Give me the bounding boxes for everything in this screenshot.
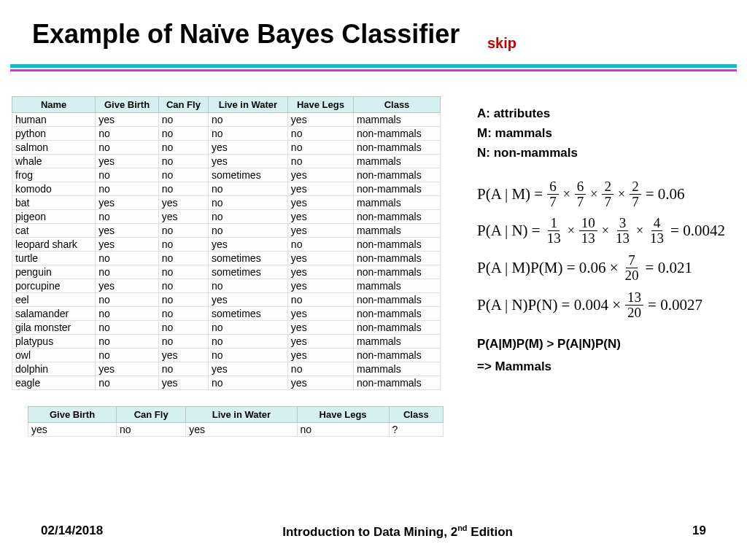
table-cell: no [158, 141, 208, 155]
table-cell: yes [158, 376, 208, 390]
query-cell: yes [186, 423, 297, 437]
table-cell: no [287, 127, 353, 141]
conclusion: P(A|M)P(M) > P(A|N)P(N) => Mammals [477, 333, 740, 378]
table-row: catyesnonoyesmammals [12, 224, 441, 238]
footer-page: 19 [692, 524, 706, 540]
table-cell: no [208, 127, 287, 141]
table-cell: sometimes [208, 307, 287, 321]
table-cell: no [96, 168, 159, 182]
table-cell: human [12, 113, 96, 127]
table-cell: eel [12, 293, 96, 307]
table-cell: yes [96, 196, 159, 210]
table-cell: yes [287, 376, 353, 390]
table-cell: yes [158, 349, 208, 362]
table-cell: no [208, 376, 287, 390]
table-cell: yes [287, 279, 353, 293]
table-cell: no [158, 335, 208, 349]
table-cell: yes [208, 293, 287, 307]
eq-rhs: = 0.0042 [670, 222, 725, 240]
table-cell: penguin [12, 265, 96, 279]
table-cell: gila monster [12, 321, 96, 335]
table-cell: platypus [12, 335, 96, 349]
table-cell: no [208, 196, 287, 210]
table-cell: no [287, 293, 353, 307]
query-header: Give Birth [28, 407, 117, 423]
table-cell: no [158, 321, 208, 335]
table-cell: non-mammals [354, 293, 441, 307]
table-cell: no [96, 293, 159, 307]
legend-m: M: mammals [477, 123, 740, 143]
table-cell: no [208, 113, 287, 127]
table-cell: yes [287, 224, 353, 238]
table-cell: non-mammals [354, 265, 441, 279]
table-cell: mammals [354, 155, 441, 168]
table-row: eelnonoyesnonon-mammals [12, 293, 441, 307]
table-cell: no [158, 252, 208, 265]
footer-book: Introduction to Data Mining, 2nd Edition [282, 524, 513, 540]
table-cell: yes [287, 252, 353, 265]
query-header: Can Fly [117, 407, 186, 423]
legend-a: A: attributes [477, 104, 740, 123]
table-row: dolphinyesnoyesnomammals [12, 362, 441, 376]
table-row: salmonnonoyesnonon-mammals [12, 141, 441, 155]
table-cell: python [12, 127, 96, 141]
table-cell: yes [96, 238, 159, 252]
table-cell: non-mammals [354, 307, 441, 321]
table-header: Have Legs [287, 97, 353, 113]
table-row: komodonononoyesnon-mammals [12, 182, 441, 196]
table-cell: no [287, 238, 353, 252]
table-cell: non-mammals [354, 321, 441, 335]
table-cell: no [287, 141, 353, 155]
table-cell: no [96, 335, 159, 349]
eq-rhs: = 0.06 [646, 185, 685, 203]
table-cell: eagle [12, 376, 96, 390]
table-row: porcupineyesnonoyesmammals [12, 279, 441, 293]
table-cell: no [208, 279, 287, 293]
table-cell: yes [208, 238, 287, 252]
table-cell: no [158, 279, 208, 293]
eq-lhs: P(A | M)P(M) = 0.06 × [477, 259, 619, 277]
table-cell: mammals [354, 113, 441, 127]
table-cell: no [96, 252, 159, 265]
table-row: pigeonnoyesnoyesnon-mammals [12, 210, 441, 224]
training-table: NameGive BirthCan FlyLive in WaterHave L… [12, 96, 441, 390]
table-header: Live in Water [208, 97, 287, 113]
table-cell: yes [208, 155, 287, 168]
table-cell: non-mammals [354, 168, 441, 182]
table-cell: no [96, 141, 159, 155]
table-cell: yes [287, 196, 353, 210]
table-cell: yes [96, 113, 159, 127]
query-header: Have Legs [297, 407, 389, 423]
table-cell: non-mammals [354, 127, 441, 141]
table-cell: mammals [354, 279, 441, 293]
eq-pam: P(A | M) = 67 × 67 × 27 × 27 = 0.06 [477, 179, 740, 209]
table-cell: no [158, 155, 208, 168]
table-header: Can Fly [158, 97, 208, 113]
query-cell: yes [28, 423, 117, 437]
table-cell: yes [287, 335, 353, 349]
table-cell: yes [96, 362, 159, 376]
table-row: humanyesnonoyesmammals [12, 113, 441, 127]
table-cell: yes [287, 182, 353, 196]
table-row: frognonosometimesyesnon-mammals [12, 168, 441, 182]
table-cell: no [96, 265, 159, 279]
eq-pampm: P(A | M)P(M) = 0.06 × 720 = 0.021 [477, 253, 740, 283]
eq-rhs: = 0.0027 [648, 296, 703, 314]
table-cell: no [208, 321, 287, 335]
footer-date: 02/14/2018 [41, 524, 103, 540]
table-cell: no [158, 182, 208, 196]
table-row: leopard sharkyesnoyesnonon-mammals [12, 238, 441, 252]
table-cell: no [158, 265, 208, 279]
table-row: owlnoyesnoyesnon-mammals [12, 349, 441, 362]
table-cell: yes [96, 224, 159, 238]
table-cell: dolphin [12, 362, 96, 376]
table-header: Give Birth [96, 97, 159, 113]
table-cell: no [287, 155, 353, 168]
table-cell: salamander [12, 307, 96, 321]
table-cell: salmon [12, 141, 96, 155]
table-cell: yes [287, 113, 353, 127]
table-cell: porcupine [12, 279, 96, 293]
table-cell: yes [287, 349, 353, 362]
table-cell: mammals [354, 196, 441, 210]
table-cell: no [158, 238, 208, 252]
